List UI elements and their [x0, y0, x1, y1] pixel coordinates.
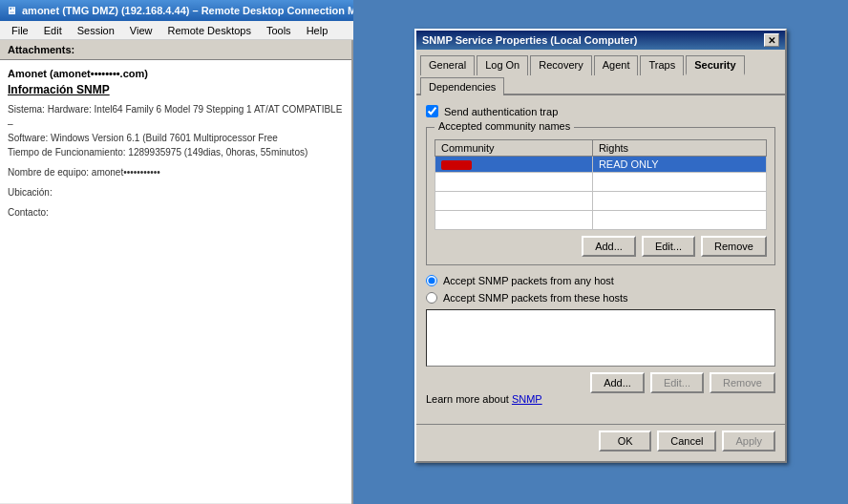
tab-agent[interactable]: Agent — [594, 55, 639, 75]
community-edit-button[interactable]: Edit... — [642, 236, 695, 257]
auth-trap-row: Send authentication trap — [426, 105, 775, 117]
menu-tools[interactable]: Tools — [259, 23, 299, 38]
dialog-close-button[interactable]: ✕ — [764, 33, 779, 47]
dialog-title: SNMP Service Properties (Local Computer) — [422, 34, 637, 46]
menu-view[interactable]: View — [122, 23, 160, 38]
menu-remote-desktops[interactable]: Remote Desktops — [160, 23, 259, 38]
radio-any-host[interactable] — [426, 275, 437, 286]
cancel-button[interactable]: Cancel — [657, 430, 716, 452]
dialog-overlay: SNMP Service Properties (Local Computer)… — [353, 0, 848, 504]
left-panel: Attachments: Amonet (amonet••••••••.com)… — [0, 40, 353, 504]
empty-row-3 — [435, 211, 767, 230]
section-title: Información SNMP — [8, 83, 344, 96]
community-buttons: Add... Edit... Remove — [435, 236, 767, 257]
info-line-1: Software: Windows Version 6.1 (Build 760… — [8, 131, 344, 145]
community-value: •••••••••• — [435, 157, 593, 173]
community-names-label: Accepted community names — [435, 120, 574, 132]
table-row[interactable]: •••••••••• READ ONLY — [435, 157, 767, 173]
apply-button[interactable]: Apply — [722, 430, 775, 452]
community-add-button[interactable]: Add... — [582, 236, 636, 257]
snmp-dialog: SNMP Service Properties (Local Computer)… — [414, 29, 787, 463]
community-remove-button[interactable]: Remove — [701, 236, 767, 257]
menu-edit[interactable]: Edit — [36, 23, 70, 38]
learn-more-text: Learn more about — [426, 393, 512, 405]
radio-these-hosts-label: Accept SNMP packets from these hosts — [443, 292, 628, 304]
dialog-title-bar: SNMP Service Properties (Local Computer)… — [416, 31, 785, 50]
tab-dependencies[interactable]: Dependencies — [420, 77, 504, 95]
community-table: Community Rights •••••••••• READ ONLY — [435, 139, 767, 230]
radio-any-host-row: Accept SNMP packets from any host — [426, 275, 775, 286]
tab-traps[interactable]: Traps — [640, 55, 684, 75]
redacted-community: •••••••••• — [441, 160, 472, 170]
menu-help[interactable]: Help — [299, 23, 336, 38]
ok-button[interactable]: OK — [599, 430, 651, 452]
info-line-0: Sistema: Hardware: Intel64 Family 6 Mode… — [8, 102, 344, 131]
hosts-add-button[interactable]: Add... — [590, 372, 645, 393]
tabs-row: General Log On Recovery Agent Traps Secu… — [416, 50, 785, 95]
radio-these-hosts[interactable] — [426, 292, 437, 304]
main-area: Attachments: Amonet (amonet••••••••.com)… — [0, 40, 848, 504]
radio-any-host-label: Accept SNMP packets from any host — [443, 275, 614, 286]
auth-trap-label: Send authentication trap — [444, 106, 558, 117]
hosts-remove-button[interactable]: Remove — [710, 372, 775, 393]
hosts-edit-button[interactable]: Edit... — [650, 372, 704, 393]
dialog-body: Send authentication trap Accepted commun… — [416, 95, 785, 424]
snmp-link[interactable]: SNMP — [512, 393, 542, 405]
empty-row-2 — [435, 192, 767, 211]
app-icon: 🖥 — [6, 5, 16, 16]
rights-value: READ ONLY — [592, 157, 766, 173]
radio-these-hosts-row: Accept SNMP packets from these hosts — [426, 292, 775, 304]
info-line-4: Nombre de equipo: amonet••••••••••• — [8, 165, 344, 179]
learn-more-row: Learn more about SNMP — [426, 393, 775, 405]
hosts-textarea[interactable] — [426, 309, 775, 367]
device-name: Amonet (amonet••••••••.com) — [8, 68, 344, 79]
attachments-label: Attachments: — [8, 44, 74, 55]
col-community: Community — [435, 140, 593, 157]
attachments-header: Attachments: — [0, 40, 351, 60]
empty-row-1 — [435, 173, 767, 192]
info-line-2: Tiempo de Funcionamiento: 1289935975 (14… — [8, 145, 344, 159]
menu-file[interactable]: File — [4, 23, 36, 38]
tab-general[interactable]: General — [420, 55, 475, 75]
dialog-footer: OK Cancel Apply — [416, 424, 785, 461]
menu-session[interactable]: Session — [70, 23, 122, 38]
info-line-8: Contacto: — [8, 205, 344, 220]
tab-recovery[interactable]: Recovery — [530, 55, 591, 75]
hosts-buttons: Add... Edit... Remove — [426, 372, 775, 393]
tab-security[interactable]: Security — [686, 55, 744, 75]
community-names-group: Accepted community names Community Right… — [426, 127, 775, 265]
auth-trap-checkbox[interactable] — [426, 105, 438, 117]
info-line-6: Ubicación: — [8, 185, 344, 200]
col-rights: Rights — [592, 140, 766, 157]
tab-logon[interactable]: Log On — [477, 55, 528, 75]
left-content: Amonet (amonet••••••••.com) Información … — [0, 60, 351, 503]
